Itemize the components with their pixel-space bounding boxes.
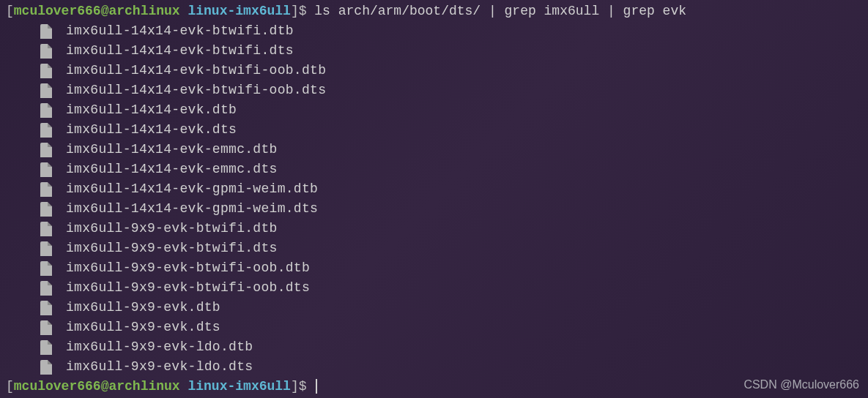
file-row: imx6ull-14x14-evk-btwifi.dts [0,41,868,61]
file-icon [38,260,54,277]
file-row: imx6ull-14x14-evk-btwifi-oob.dtb [0,61,868,80]
current-directory: linux-imx6ull [188,4,290,18]
file-row: imx6ull-14x14-evk-gpmi-weim.dtb [0,179,868,199]
file-row: imx6ull-14x14-evk-btwifi-oob.dts [0,80,868,100]
file-icon [38,181,54,198]
file-icon [38,142,54,158]
file-row: imx6ull-14x14-evk-btwifi.dtb [0,21,868,41]
filename: imx6ull-14x14-evk-btwifi.dts [66,41,294,61]
prompt-line-2: [mculover666@archlinux linux-imx6ull]$ [0,377,868,397]
file-row: imx6ull-9x9-evk-btwifi-oob.dts [0,278,868,298]
prompt-line-1: [mculover666@archlinux linux-imx6ull]$ l… [0,1,868,21]
filename: imx6ull-14x14-evk.dts [66,120,237,140]
file-row: imx6ull-14x14-evk-emmc.dtb [0,140,868,159]
user-host: mculover666@archlinux [14,379,180,394]
filename: imx6ull-14x14-evk-btwifi.dtb [66,21,294,41]
file-row: imx6ull-9x9-evk-ldo.dts [0,357,868,377]
file-listing: imx6ull-14x14-evk-btwifi.dtbimx6ull-14x1… [0,21,868,377]
filename: imx6ull-9x9-evk-btwifi.dts [66,239,278,258]
file-row: imx6ull-14x14-evk-gpmi-weim.dts [0,199,868,219]
file-icon [38,300,54,316]
current-directory: linux-imx6ull [188,379,290,394]
filename: imx6ull-9x9-evk.dts [66,318,220,337]
filename: imx6ull-14x14-evk-btwifi-oob.dtb [66,61,326,80]
filename: imx6ull-9x9-evk-btwifi.dtb [66,219,278,239]
watermark-text: CSDN @Mculover666 [743,376,859,394]
cursor-icon [316,379,317,394]
file-icon [38,320,54,336]
bracket-close: ]$ [291,4,307,18]
filename: imx6ull-14x14-evk.dtb [66,100,237,120]
file-icon [38,201,54,217]
filename: imx6ull-14x14-evk-gpmi-weim.dts [66,199,318,219]
file-icon [38,63,54,79]
filename: imx6ull-14x14-evk-emmc.dtb [66,140,278,159]
bracket-open: [ [6,379,14,394]
file-row: imx6ull-9x9-evk-btwifi-oob.dtb [0,258,868,278]
bracket-open: [ [6,4,14,18]
file-row: imx6ull-9x9-evk-btwifi.dtb [0,219,868,239]
file-icon [38,83,54,99]
file-icon [38,43,54,59]
file-row: imx6ull-14x14-evk.dts [0,120,868,140]
file-icon [38,23,54,40]
filename: imx6ull-9x9-evk-btwifi-oob.dtb [66,258,310,278]
file-icon [38,102,54,119]
terminal-window[interactable]: [mculover666@archlinux linux-imx6ull]$ l… [0,1,868,397]
file-icon [38,339,54,356]
file-row: imx6ull-9x9-evk.dts [0,318,868,337]
file-row: imx6ull-9x9-evk.dtb [0,298,868,318]
file-icon [38,280,54,296]
file-icon [38,241,54,257]
file-row: imx6ull-14x14-evk-emmc.dts [0,159,868,179]
file-row: imx6ull-14x14-evk.dtb [0,100,868,120]
file-icon [38,122,54,138]
file-icon [38,359,54,375]
filename: imx6ull-14x14-evk-gpmi-weim.dtb [66,179,318,199]
filename: imx6ull-9x9-evk.dtb [66,298,220,318]
filename: imx6ull-14x14-evk-btwifi-oob.dts [66,80,326,100]
command-input[interactable] [307,379,315,394]
filename: imx6ull-9x9-evk-ldo.dtb [66,337,253,357]
file-row: imx6ull-9x9-evk-ldo.dtb [0,337,868,357]
file-row: imx6ull-9x9-evk-btwifi.dts [0,239,868,258]
user-host: mculover666@archlinux [14,4,180,18]
file-icon [38,221,54,237]
file-icon [38,162,54,178]
filename: imx6ull-9x9-evk-ldo.dts [66,357,253,377]
filename: imx6ull-14x14-evk-emmc.dts [66,159,278,179]
filename: imx6ull-9x9-evk-btwifi-oob.dts [66,278,310,298]
bracket-close: ]$ [291,379,307,394]
command-text: ls arch/arm/boot/dts/ | grep imx6ull | g… [307,4,686,18]
